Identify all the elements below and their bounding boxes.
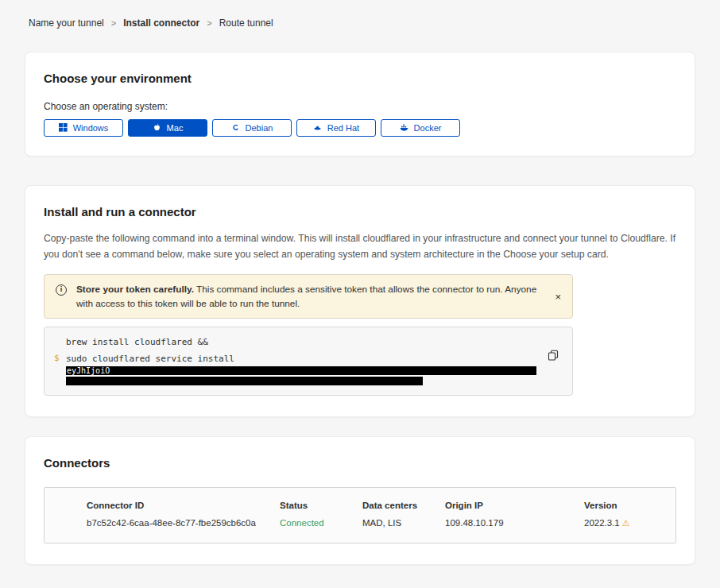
breadcrumb-install-connector[interactable]: Install connector	[123, 17, 199, 29]
cell-origin-ip: 109.48.10.179	[445, 518, 584, 528]
connectors-table-header: Connector ID Status Data centers Origin …	[87, 501, 668, 518]
cell-connector-id: b7c52c42-6caa-48ee-8c77-fbe259cb6c0a	[87, 518, 280, 528]
install-card-title: Install and run a connector	[44, 205, 676, 219]
apple-icon	[153, 123, 161, 133]
install-connector-card: Install and run a connector Copy-paste t…	[25, 185, 695, 417]
command-line-2: sudo cloudflared service install	[66, 353, 537, 366]
breadcrumb: Name your tunnel > Install connector > R…	[29, 17, 695, 29]
install-description: Copy-paste the following command into a …	[44, 231, 676, 263]
choose-environment-card: Choose your environment Choose an operat…	[25, 52, 695, 157]
command-line-1: brew install cloudflared &&	[66, 336, 537, 349]
column-header-connector-id: Connector ID	[87, 501, 280, 518]
column-header-origin-ip: Origin IP	[445, 501, 584, 518]
os-button-label: Windows	[73, 123, 109, 133]
os-button-row: Windows Mac Debian Red Hat Docker	[44, 119, 676, 137]
install-command-block: $ brew install cloudflared && sudo cloud…	[44, 327, 573, 396]
connectors-card: Connectors Connector ID Status Data cent…	[25, 436, 695, 565]
info-icon: i	[56, 284, 67, 296]
windows-icon	[59, 123, 68, 133]
os-button-label: Debian	[246, 123, 273, 133]
breadcrumb-name-your-tunnel[interactable]: Name your tunnel	[29, 17, 104, 29]
status-badge: Connected	[280, 518, 362, 528]
os-button-label: Red Hat	[327, 123, 359, 133]
warning-text: Store your token carefully. This command…	[76, 282, 545, 311]
connectors-card-title: Connectors	[44, 456, 676, 470]
environment-card-title: Choose your environment	[44, 72, 676, 85]
breadcrumb-separator: >	[207, 18, 211, 28]
redacted-token: eyJhIjoiO	[66, 366, 536, 375]
column-header-data-centers: Data centers	[362, 501, 445, 518]
os-button-debian[interactable]: Debian	[212, 119, 292, 137]
connectors-table: Connector ID Status Data centers Origin …	[44, 487, 676, 544]
version-value: 2022.3.1	[584, 518, 620, 528]
table-row: b7c52c42-6caa-48ee-8c77-fbe259cb6c0a Con…	[87, 518, 668, 528]
os-button-redhat[interactable]: Red Hat	[296, 119, 376, 137]
warning-icon: ⚠	[622, 518, 630, 528]
cell-version: 2022.3.1⚠	[584, 518, 668, 528]
os-button-windows[interactable]: Windows	[44, 119, 123, 137]
cell-data-centers: MAD, LIS	[362, 518, 445, 528]
shell-prompt: $	[54, 353, 60, 363]
tunnel-setup-page: Name your tunnel > Install connector > R…	[0, 0, 720, 588]
token-warning-banner: i Store your token carefully. This comma…	[44, 274, 573, 319]
docker-icon	[400, 123, 408, 133]
breadcrumb-route-tunnel[interactable]: Route tunnel	[219, 17, 273, 29]
close-icon[interactable]: ×	[553, 289, 563, 303]
os-button-mac[interactable]: Mac	[128, 119, 207, 137]
os-button-label: Mac	[167, 123, 184, 133]
redhat-icon	[313, 123, 322, 133]
os-button-docker[interactable]: Docker	[381, 119, 460, 137]
column-header-status: Status	[280, 501, 362, 518]
os-button-label: Docker	[414, 123, 442, 133]
debian-icon	[231, 123, 240, 133]
os-select-label: Choose an operating system:	[44, 101, 676, 112]
column-header-version: Version	[584, 501, 668, 518]
warning-text-bold: Store your token carefully.	[76, 284, 194, 295]
token-visible-prefix: eyJhIjoiO	[66, 366, 110, 375]
redacted-token	[66, 377, 423, 385]
copy-icon[interactable]	[547, 350, 559, 362]
breadcrumb-separator: >	[111, 18, 116, 28]
